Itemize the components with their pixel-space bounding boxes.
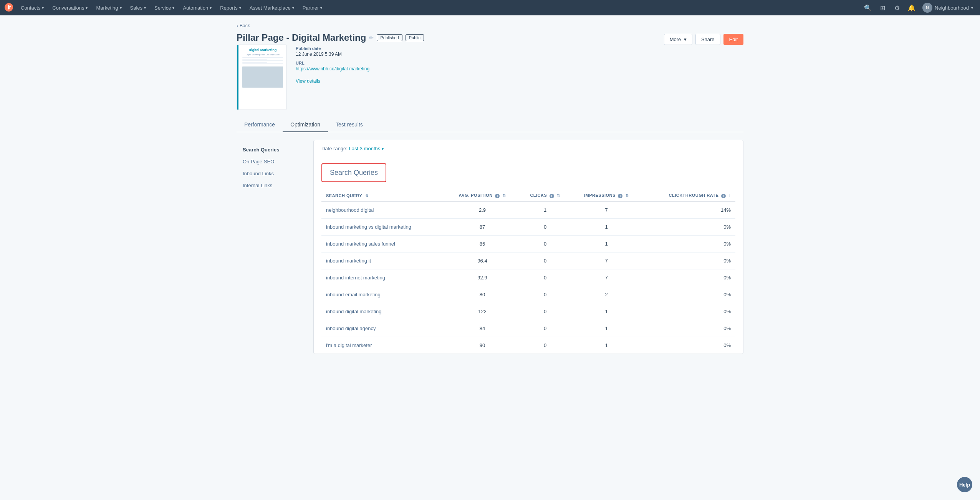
nav-sales-chevron: ▾: [144, 6, 146, 10]
panel-header: Date range: Last 3 months ▾: [314, 140, 743, 157]
more-chevron-icon: ▾: [684, 37, 687, 42]
nav-marketing-chevron: ▾: [120, 6, 122, 10]
cell-clicks-7: 0: [519, 320, 571, 337]
table-row: inbound marketing it 96.4 0 7 0%: [321, 252, 735, 269]
cell-avg-position-6: 122: [445, 303, 520, 320]
public-badge: Public: [406, 34, 424, 41]
tab-optimization[interactable]: Optimization: [283, 118, 328, 132]
user-menu[interactable]: N Neighbourhood ▾: [920, 3, 975, 13]
cell-query-8: i'm a digital marketer: [321, 337, 445, 354]
table-row: neighbourhood digital 2.9 1 7 14%: [321, 202, 735, 219]
tab-test-results[interactable]: Test results: [328, 118, 371, 132]
user-menu-chevron: ▾: [971, 6, 973, 10]
thumbnail-line-4: [242, 62, 267, 63]
cell-ctr-6: 0%: [642, 303, 735, 320]
marketplace-icon-button[interactable]: ⊞: [876, 2, 889, 14]
view-details-link[interactable]: View details: [296, 78, 369, 84]
sidebar-item-search-queries[interactable]: Search Queries: [237, 144, 313, 156]
thumbnail-accent-bar: [237, 45, 238, 110]
thumbnail-line-1: [242, 57, 283, 58]
page-header: Pillar Page - Digital Marketing ✏ Publis…: [237, 32, 743, 110]
cell-query-3: inbound marketing it: [321, 252, 445, 269]
nav-asset-marketplace[interactable]: Asset Marketplace ▾: [246, 0, 298, 15]
sort-icon-ctr[interactable]: ↑: [729, 193, 731, 198]
sidebar-item-internal-links[interactable]: Internal Links: [237, 179, 313, 191]
nav-conversations[interactable]: Conversations ▾: [48, 0, 91, 15]
back-link[interactable]: ‹ Back: [237, 23, 743, 28]
nav-automation-chevron: ▾: [210, 6, 212, 10]
edit-button[interactable]: Edit: [723, 34, 743, 45]
nav-reports[interactable]: Reports ▾: [216, 0, 245, 15]
cell-impressions-3: 7: [571, 252, 642, 269]
page-thumbnail: Digital Marketing Digital Marketing: You…: [237, 45, 286, 110]
cell-impressions-7: 1: [571, 320, 642, 337]
search-queries-highlighted-box: Search Queries: [321, 163, 386, 182]
sidebar-item-on-page-seo[interactable]: On Page SEO: [237, 156, 313, 168]
cell-avg-position-0: 2.9: [445, 202, 520, 219]
page-url-link[interactable]: https://www.nbh.co/digital-marketing: [296, 66, 369, 71]
svg-point-1: [10, 5, 11, 7]
info-icon-avg-position[interactable]: i: [495, 194, 500, 198]
nav-sales[interactable]: Sales ▾: [126, 0, 150, 15]
notifications-icon-button[interactable]: 🔔: [906, 2, 918, 14]
nav-contacts[interactable]: Contacts ▾: [17, 0, 48, 15]
search-queries-title: Search Queries: [330, 169, 378, 176]
info-icon-ctr[interactable]: i: [721, 194, 726, 198]
cell-query-6: inbound digital marketing: [321, 303, 445, 320]
table-row: i'm a digital marketer 90 0 1 0%: [321, 337, 735, 354]
cell-query-4: inbound internet marketing: [321, 269, 445, 286]
tab-performance[interactable]: Performance: [237, 118, 283, 132]
cell-avg-position-3: 96.4: [445, 252, 520, 269]
more-button[interactable]: More ▾: [664, 34, 692, 45]
cell-avg-position-5: 80: [445, 286, 520, 303]
nav-service[interactable]: Service ▾: [151, 0, 178, 15]
page-title-row: Pillar Page - Digital Marketing ✏ Publis…: [237, 32, 424, 43]
nav-asset-marketplace-chevron: ▾: [292, 6, 294, 10]
cell-clicks-4: 0: [519, 269, 571, 286]
sidebar-item-inbound-links[interactable]: Inbound Links: [237, 168, 313, 179]
page-tabs: Performance Optimization Test results: [237, 118, 743, 132]
col-header-ctr: CLICKTHROUGH RATE i ↑: [642, 190, 735, 202]
cell-impressions-5: 2: [571, 286, 642, 303]
info-icon-clicks[interactable]: i: [550, 194, 554, 198]
date-range-dropdown[interactable]: Last 3 months: [349, 146, 381, 151]
sort-icon-clicks[interactable]: ⇅: [557, 193, 560, 198]
date-range-chevron-icon: ▾: [382, 147, 384, 151]
share-button[interactable]: Share: [695, 34, 720, 45]
cell-query-7: inbound digital agency: [321, 320, 445, 337]
sort-icon-avg-position[interactable]: ⇅: [503, 193, 506, 198]
nav-marketing[interactable]: Marketing ▾: [92, 0, 125, 15]
sort-icon-query[interactable]: ⇅: [365, 194, 369, 198]
cell-query-0: neighbourhood digital: [321, 202, 445, 219]
col-header-avg-position: AVG. POSITION i ⇅: [445, 190, 520, 202]
info-icon-impressions[interactable]: i: [618, 194, 622, 198]
url-meta: URL https://www.nbh.co/digital-marketing: [296, 61, 369, 71]
thumbnail-line-2: [242, 59, 267, 60]
content-area: Digital Marketing Digital Marketing: You…: [237, 45, 424, 110]
cell-clicks-3: 0: [519, 252, 571, 269]
cell-ctr-0: 14%: [642, 202, 735, 219]
nav-partner[interactable]: Partner ▾: [299, 0, 326, 15]
main-panel: Date range: Last 3 months ▾ Search Queri…: [313, 140, 743, 354]
sort-icon-impressions[interactable]: ⇅: [626, 193, 629, 198]
hubspot-logo[interactable]: [5, 3, 13, 13]
cell-ctr-3: 0%: [642, 252, 735, 269]
thumbnail-line-3: [242, 60, 283, 61]
table-header-row: SEARCH QUERY ⇅ AVG. POSITION i ⇅ CLICKS …: [321, 190, 735, 202]
nav-contacts-chevron: ▾: [42, 6, 44, 10]
search-icon-button[interactable]: 🔍: [862, 2, 874, 14]
nav-conversations-chevron: ▾: [86, 6, 88, 10]
publish-date-meta: Publish date 12 June 2019 5:39 AM: [296, 46, 369, 57]
nav-service-chevron: ▾: [172, 6, 174, 10]
thumbnail-title: Digital Marketing: [242, 48, 283, 52]
cell-impressions-4: 7: [571, 269, 642, 286]
edit-title-icon[interactable]: ✏: [369, 35, 374, 41]
settings-icon-button[interactable]: ⚙: [891, 2, 903, 14]
col-header-impressions: IMPRESSIONS i ⇅: [571, 190, 642, 202]
nav-automation[interactable]: Automation ▾: [179, 0, 215, 15]
nav-partner-chevron: ▾: [320, 6, 322, 10]
thumbnail-image-placeholder: [242, 66, 283, 88]
header-actions: More ▾ Share Edit: [664, 34, 743, 45]
col-header-clicks: CLICKS i ⇅: [519, 190, 571, 202]
table-row: inbound marketing vs digital marketing 8…: [321, 219, 735, 236]
